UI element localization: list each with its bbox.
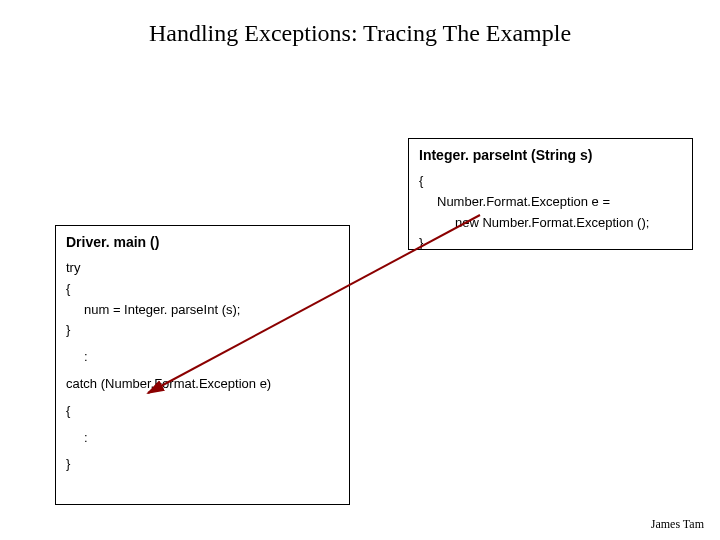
code-line: } [66, 320, 339, 341]
code-line-colon: : [66, 428, 339, 449]
driver-box: Driver. main () try { num = Integer. par… [55, 225, 350, 505]
code-line-colon: : [66, 347, 339, 368]
author-footer: James Tam [651, 517, 704, 532]
code-line: catch (Number.Format.Exception e) [66, 374, 339, 395]
code-line: { [66, 279, 339, 300]
code-line: } [419, 233, 682, 254]
code-line: { [66, 401, 339, 422]
slide-title: Handling Exceptions: Tracing The Example [0, 0, 720, 47]
code-line: } [66, 454, 339, 475]
driver-header: Driver. main () [66, 234, 339, 250]
code-line: num = Integer. parseInt (s); [66, 300, 339, 321]
integer-header: Integer. parseInt (String s) [419, 147, 682, 163]
code-line: try [66, 258, 339, 279]
code-line: new Number.Format.Exception (); [419, 213, 682, 234]
code-line: { [419, 171, 682, 192]
code-line: Number.Format.Exception e = [419, 192, 682, 213]
integer-box: Integer. parseInt (String s) { Number.Fo… [408, 138, 693, 250]
